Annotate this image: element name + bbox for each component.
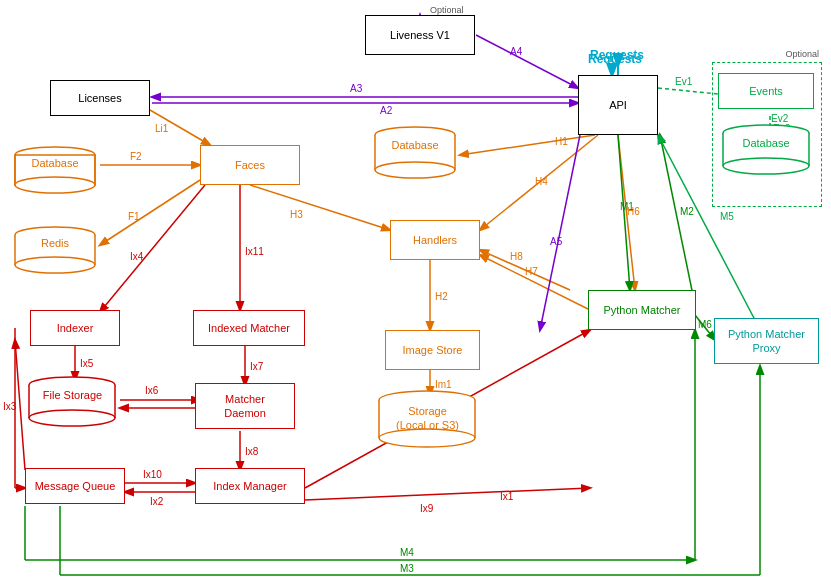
optional-liveness-label: Optional: [430, 5, 464, 15]
svg-line-52: [305, 488, 590, 500]
svg-text:F2: F2: [130, 151, 142, 162]
api-box: API: [578, 75, 658, 135]
svg-text:Ix5: Ix5: [80, 358, 94, 369]
svg-text:H2: H2: [435, 291, 448, 302]
svg-point-102: [29, 410, 115, 426]
svg-text:Ix7: Ix7: [250, 361, 264, 372]
liveness-box: Liveness V1: [365, 15, 475, 55]
svg-text:M3: M3: [400, 563, 414, 574]
svg-text:Ix3: Ix3: [3, 401, 17, 412]
svg-text:A2: A2: [380, 105, 393, 116]
requests-arrow-label: Requests: [590, 48, 644, 62]
svg-point-92: [375, 162, 455, 178]
svg-line-15: [480, 135, 598, 230]
svg-text:M5: M5: [720, 211, 734, 222]
svg-text:M2: M2: [680, 206, 694, 217]
svg-point-107: [723, 158, 809, 174]
svg-line-56: [660, 135, 695, 305]
svg-text:Ix2: Ix2: [150, 496, 164, 507]
database-faces-cylinder: Database: [10, 145, 100, 195]
indexer-box: Indexer: [30, 310, 120, 346]
svg-text:H4: H4: [535, 176, 548, 187]
events-box: Events: [718, 73, 814, 109]
svg-line-17: [460, 135, 595, 155]
svg-text:H1: H1: [555, 136, 568, 147]
svg-line-7: [150, 110, 210, 145]
architecture-diagram: A3 A2 A4 Li1 F2 F1 H3 H4 H1 H2: [0, 0, 831, 587]
svg-text:Ix1: Ix1: [500, 491, 514, 502]
events-db-cylinder: Database: [718, 123, 814, 178]
svg-text:M4: M4: [400, 547, 414, 558]
svg-text:H6: H6: [627, 206, 640, 217]
svg-text:Im1: Im1: [435, 379, 452, 390]
storage-cylinder: Storage(Local or S3): [375, 390, 480, 450]
licenses-box: Licenses: [50, 80, 150, 116]
svg-text:Ix8: Ix8: [245, 446, 259, 457]
svg-text:Ix6: Ix6: [145, 385, 159, 396]
svg-line-25: [480, 255, 590, 310]
svg-text:A3: A3: [350, 83, 363, 94]
file-storage-cylinder: File Storage: [25, 375, 120, 430]
svg-text:H7: H7: [525, 266, 538, 277]
svg-line-23: [618, 135, 635, 290]
faces-box: Faces: [200, 145, 300, 185]
svg-line-27: [480, 250, 570, 290]
svg-text:Ix10: Ix10: [143, 469, 162, 480]
svg-text:Ix9: Ix9: [420, 503, 434, 514]
svg-text:A5: A5: [550, 236, 563, 247]
matcher-daemon-box: MatcherDaemon: [195, 383, 295, 429]
svg-text:H3: H3: [290, 209, 303, 220]
events-optional-container: Optional Events Ev2 Database: [712, 62, 822, 207]
svg-text:M6: M6: [698, 319, 712, 330]
redis-cylinder: Redis: [10, 225, 100, 275]
optional-events-label: Optional: [785, 49, 819, 59]
svg-text:Li1: Li1: [155, 123, 169, 134]
svg-text:Ix11: Ix11: [245, 246, 264, 257]
svg-text:A4: A4: [510, 46, 523, 57]
svg-line-11: [100, 180, 200, 245]
database-middle-cylinder: Database: [370, 125, 460, 180]
image-store-box: Image Store: [385, 330, 480, 370]
svg-line-60: [695, 315, 715, 340]
svg-text:Ev1: Ev1: [675, 76, 693, 87]
python-matcher-box: Python Matcher: [588, 290, 696, 330]
svg-line-46: [15, 340, 25, 470]
handlers-box: Handlers: [390, 220, 480, 260]
svg-line-54: [618, 135, 630, 290]
svg-line-13: [250, 185, 390, 230]
indexed-matcher-box: Indexed Matcher: [193, 310, 305, 346]
python-matcher-proxy-box: Python MatcherProxy: [714, 318, 819, 364]
svg-line-70: [540, 135, 580, 330]
svg-point-87: [15, 257, 95, 273]
svg-text:H8: H8: [510, 251, 523, 262]
svg-line-31: [100, 185, 205, 312]
index-manager-box: Index Manager: [195, 468, 305, 504]
svg-line-4: [476, 35, 578, 88]
svg-text:F1: F1: [128, 211, 140, 222]
message-queue-box: Message Queue: [25, 468, 125, 504]
svg-text:M1: M1: [620, 201, 634, 212]
svg-point-82: [15, 177, 95, 193]
svg-text:Ix4: Ix4: [130, 251, 144, 262]
